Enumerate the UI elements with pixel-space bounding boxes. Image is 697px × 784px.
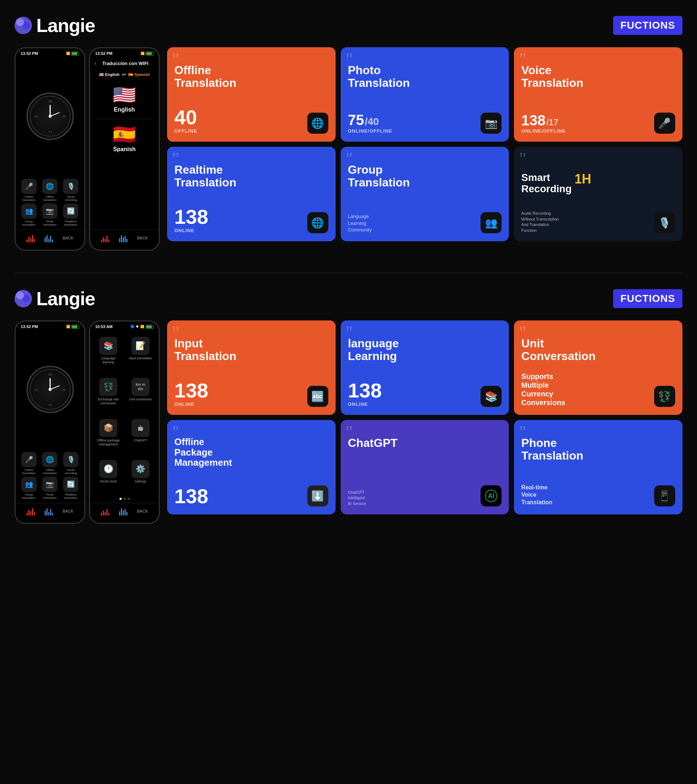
card-group-translation: " GroupTranslation LanguageLearningCommu… bbox=[341, 147, 509, 241]
phone1-icon-offline[interactable]: 🌐 Offlinetranslation bbox=[40, 179, 60, 202]
menu-item-world-clock[interactable]: 🕐 World clock bbox=[94, 457, 123, 491]
svg-text:XII: XII bbox=[48, 100, 52, 103]
phone3-icon-offline[interactable]: 🌐 Offlinetranslation bbox=[40, 452, 60, 475]
phone1-icon-group[interactable]: 👥 Grouptranslation bbox=[19, 203, 39, 227]
card-smart-recording: " SmartRecording 1H Audio Recording With… bbox=[514, 147, 682, 241]
offline-translation-label: OFFLINE bbox=[174, 128, 197, 134]
card-offline-translation: " OfflineTranslation 40 OFFLINE 🌐 bbox=[167, 47, 335, 142]
svg-text:XII: XII bbox=[48, 373, 52, 376]
offline-package-bottom: 138 ⬇️ bbox=[174, 485, 328, 506]
section-2: Langie FUCTIONS 13:52 PM 📶 bbox=[0, 273, 697, 546]
phones-section1: 13:52 PM 📶 XII III VI bbox=[15, 47, 160, 251]
chatgpt-desc: ChatGPTIntelligentAI Service bbox=[348, 490, 366, 506]
group-translation-desc: LanguageLearningCommunity bbox=[348, 213, 372, 233]
voice-translation-icon: 🎤 bbox=[654, 113, 675, 134]
phone1-status: 13:52 PM 📶 bbox=[16, 48, 84, 57]
phone2-btn-wave2[interactable] bbox=[119, 234, 128, 242]
realtime-translation-title: RealtimeTranslation bbox=[174, 163, 328, 189]
unit-conversation-icon: 💱 bbox=[654, 386, 675, 407]
phone1-icon-smart[interactable]: 🎙️ Smartrecording bbox=[61, 179, 81, 202]
menu-item-exchange-rate[interactable]: 💱 Exchange rate conversion bbox=[94, 375, 123, 413]
menu-item-input-translation[interactable]: 📝 Input translation bbox=[126, 334, 155, 372]
svg-text:VI: VI bbox=[48, 403, 52, 407]
phone3-home: 13:52 PM 📶 XII III VI bbox=[15, 320, 85, 524]
phone3-icon-realtime[interactable]: 🔄 Realtimetranslation bbox=[61, 477, 81, 500]
phone3-icon-group[interactable]: 👥 Grouptranslation bbox=[19, 477, 39, 500]
offline-translation-title: OfflineTranslation bbox=[174, 64, 328, 89]
photo-translation-icon: 📷 bbox=[480, 113, 501, 134]
group-translation-bottom: LanguageLearningCommunity 👥 bbox=[348, 211, 502, 233]
section1-header: Langie FUCTIONS bbox=[15, 15, 682, 36]
phone1-btn-wave2[interactable] bbox=[45, 234, 53, 242]
phones-section2: 13:52 PM 📶 XII III VI bbox=[15, 320, 160, 524]
svg-text:III: III bbox=[62, 115, 66, 119]
section2-header: Langie FUCTIONS bbox=[15, 288, 682, 310]
phone2-english-block: 🇺🇸 English bbox=[90, 79, 159, 119]
phone2-nav: ‹ Traducción con WIFI bbox=[90, 57, 159, 69]
input-translation-icon: 🔤 bbox=[307, 386, 328, 407]
phone-translation-desc: Real-timeVoiceTranslation bbox=[521, 484, 552, 506]
phone3-time: 13:52 PM bbox=[21, 324, 38, 329]
chatgpt-icon: AI bbox=[480, 485, 501, 506]
voice-translation-number: 138 bbox=[521, 113, 546, 127]
phone2-btn-wave1[interactable] bbox=[101, 234, 109, 242]
phone1-back-btn[interactable]: BACK bbox=[63, 236, 74, 240]
phone-translation-title: PhoneTranslation bbox=[521, 437, 675, 462]
phone3-icons-grid: 🎤 Onlinetranslation 🌐 Offlinetranslation… bbox=[16, 449, 84, 503]
phone3-btn-wave2[interactable] bbox=[45, 507, 53, 516]
realtime-translation-bottom: 138 ONLINE 🌐 bbox=[174, 207, 328, 233]
phone4-btn-wave1[interactable] bbox=[101, 507, 109, 516]
svg-point-11 bbox=[23, 295, 30, 302]
menu-item-language-learning[interactable]: 📚 Language learning bbox=[94, 334, 123, 372]
smart-recording-bottom: Audio Recording Without Transcription An… bbox=[521, 211, 675, 233]
phone3-btn-wave1[interactable] bbox=[26, 507, 35, 516]
unit-conversation-title: UnitConversation bbox=[521, 337, 675, 362]
phone1-icons: 📶 bbox=[66, 51, 79, 56]
svg-point-1 bbox=[23, 22, 30, 29]
phone-translation-icon: 📱 bbox=[654, 485, 675, 506]
card-unit-conversation: " UnitConversation SupportsMultipleCurre… bbox=[514, 320, 682, 415]
phone1-icon-realtime[interactable]: 🔄 Realtimetranslation bbox=[61, 203, 81, 227]
phone2-back-btn[interactable]: BACK bbox=[137, 236, 148, 240]
section2-content: 13:52 PM 📶 XII III VI bbox=[15, 320, 682, 524]
phone1-icon-photo[interactable]: 📷 Phototranslation bbox=[40, 203, 60, 227]
language-learning-title: languageLearning bbox=[348, 337, 502, 362]
phone4-dots bbox=[90, 495, 159, 503]
menu-item-unit-conversion[interactable]: km m dm Unit conversion bbox=[126, 375, 155, 413]
menu-item-settings[interactable]: ⚙️ Settings bbox=[126, 457, 155, 491]
svg-line-8 bbox=[50, 113, 59, 116]
phone3-icon-online[interactable]: 🎤 Onlinetranslation bbox=[19, 452, 39, 475]
logo-icon-2 bbox=[15, 290, 32, 307]
realtime-translation-icon: 🌐 bbox=[307, 212, 328, 233]
phone4-btn-wave2[interactable] bbox=[119, 507, 128, 516]
phone4-back-btn[interactable]: BACK bbox=[137, 509, 148, 513]
phone1-home: 13:52 PM 📶 XII III VI bbox=[15, 47, 85, 251]
phone1-time: 13:52 PM bbox=[21, 51, 38, 56]
language-learning-label: ONLINE bbox=[348, 402, 382, 407]
svg-text:IX: IX bbox=[35, 388, 38, 392]
photo-translation-label: ONLINE/OFFLINE bbox=[348, 128, 392, 134]
card-photo-translation: " PhotoTranslation 75 /40 ONLINE/OFFLINE… bbox=[341, 47, 509, 142]
unit-conversation-desc: SupportsMultipleCurrencyConversions bbox=[521, 372, 565, 407]
photo-translation-bottom: 75 /40 ONLINE/OFFLINE 📷 bbox=[348, 113, 502, 134]
phone3-icon-smart[interactable]: 🎙️ Smartrecording bbox=[61, 452, 81, 475]
phone3-icon-photo[interactable]: 📷 Phototranslation bbox=[40, 477, 60, 500]
section1-content: 13:52 PM 📶 XII III VI bbox=[15, 47, 682, 251]
menu-item-chatgpt[interactable]: 🤖 ChatGPT bbox=[126, 416, 155, 454]
phone4-status: 10:53 AM 🔵 ✱ 📶 bbox=[90, 321, 159, 330]
input-translation-number: 138 bbox=[174, 380, 208, 401]
card-language-learning: " languageLearning 138 ONLINE 📚 bbox=[341, 320, 509, 415]
voice-translation-label: ONLINE/OFFLINE bbox=[521, 128, 565, 134]
svg-text:IX: IX bbox=[35, 115, 38, 119]
offline-package-title: OfflinePackageManagement bbox=[174, 437, 328, 468]
phone3-back-btn[interactable]: BACK bbox=[63, 509, 74, 513]
phone1-icon-online[interactable]: 🎤 Onlinetranslation bbox=[19, 179, 39, 202]
input-translation-title: InputTranslation bbox=[174, 337, 328, 362]
svg-text:AI: AI bbox=[488, 492, 494, 499]
photo-translation-number: 75 bbox=[348, 113, 364, 127]
chatgpt-title: ChatGPT bbox=[348, 437, 502, 450]
phone4-bottom-bar: BACK bbox=[90, 503, 159, 523]
input-translation-label: ONLINE bbox=[174, 402, 208, 407]
phone1-btn-wave1[interactable] bbox=[26, 234, 35, 242]
menu-item-offline-package[interactable]: 📦 Offline package management bbox=[94, 416, 123, 454]
